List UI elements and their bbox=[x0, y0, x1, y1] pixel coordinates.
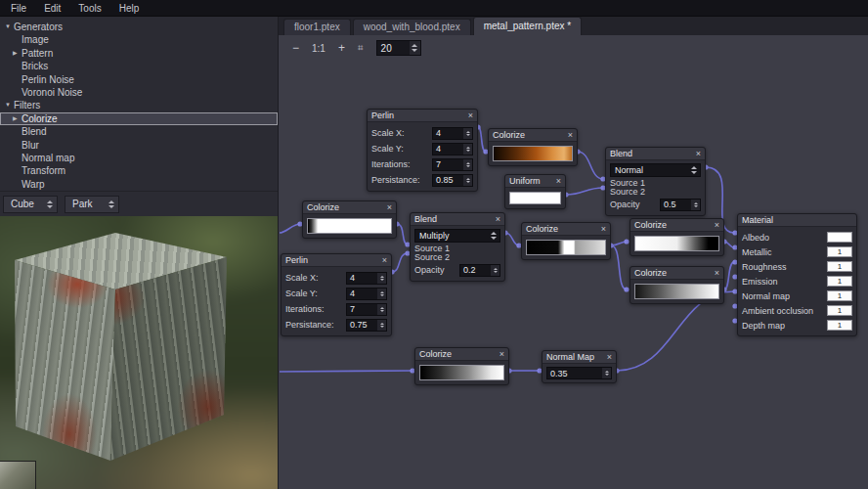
node-normal-map[interactable]: Normal Map× 0.35 bbox=[542, 350, 617, 383]
expand-arrow-icon[interactable]: ▼ bbox=[5, 21, 14, 33]
tree-item-pattern[interactable]: ▶Pattern bbox=[0, 47, 278, 60]
menu-help[interactable]: Help bbox=[110, 1, 149, 16]
tree-item-generators[interactable]: ▼Generators bbox=[0, 21, 278, 33]
blend-mode-select[interactable]: Normal bbox=[610, 163, 701, 177]
spinner-arrows-icon[interactable] bbox=[491, 265, 499, 276]
spinner-arrows-icon[interactable] bbox=[377, 304, 386, 315]
tab-wood-with-blood[interactable]: wood_with_blood.ptex bbox=[353, 19, 471, 35]
opacity-spinbox[interactable]: 0.2 bbox=[459, 264, 500, 277]
zoom-out-button[interactable]: − bbox=[292, 41, 299, 55]
node-header[interactable]: Blend× bbox=[606, 148, 705, 160]
node-header[interactable]: Material bbox=[738, 214, 856, 227]
preview-3d-viewport[interactable] bbox=[0, 216, 278, 489]
spinner-arrows-icon[interactable] bbox=[602, 368, 611, 378]
close-icon[interactable]: × bbox=[715, 269, 719, 278]
node-header[interactable]: Colorize× bbox=[522, 223, 610, 236]
node-colorize-1[interactable]: Colorize× bbox=[488, 128, 578, 166]
gradient-editor[interactable] bbox=[307, 218, 392, 234]
tab-metal-pattern[interactable]: metal_pattern.ptex * bbox=[473, 17, 583, 35]
node-perlin-1[interactable]: Perlin× Scale X:4 Scale Y:4 Iterations:7… bbox=[367, 109, 478, 192]
blend-mode-select[interactable]: Multiply bbox=[414, 229, 500, 243]
zoom-reset-button[interactable]: 1:1 bbox=[312, 43, 326, 54]
select-arrows-icon[interactable] bbox=[45, 200, 54, 208]
node-header[interactable]: Perlin× bbox=[368, 110, 477, 122]
spinner-arrows-icon[interactable] bbox=[377, 273, 386, 284]
node-blend-1[interactable]: Blend× Normal Source 1 Source 2 Opacity0… bbox=[605, 147, 706, 216]
node-header[interactable]: Normal Map× bbox=[542, 351, 616, 364]
spinner-arrows-icon[interactable] bbox=[377, 320, 386, 331]
iterations-spinbox[interactable]: 7 bbox=[346, 303, 387, 316]
node-header[interactable]: Uniform× bbox=[505, 175, 565, 188]
preview-environment-select[interactable]: Park bbox=[65, 196, 119, 213]
node-colorize-3[interactable]: Colorize× bbox=[521, 222, 611, 260]
close-icon[interactable]: × bbox=[496, 215, 500, 224]
select-arrows-icon[interactable] bbox=[489, 232, 498, 240]
iterations-spinbox[interactable]: 7 bbox=[432, 158, 473, 171]
tree-item-warp[interactable]: Warp bbox=[0, 178, 278, 191]
node-blend-2[interactable]: Blend× Multiply Source 1 Source 2 Opacit… bbox=[410, 212, 505, 282]
opacity-spinbox[interactable]: 0.5 bbox=[660, 199, 701, 211]
spinner-arrows-icon[interactable] bbox=[463, 144, 472, 155]
scale-y-spinbox[interactable]: 4 bbox=[432, 143, 473, 156]
roughness-value-field[interactable]: 1 bbox=[827, 261, 852, 272]
tree-item-filters[interactable]: ▼Filters bbox=[0, 99, 278, 111]
tree-item-normal-map[interactable]: Normal map bbox=[0, 152, 278, 164]
tree-item-voronoi-noise[interactable]: Voronoi Noise bbox=[0, 86, 278, 99]
preview-model-select[interactable]: Cube bbox=[3, 196, 58, 213]
expand-arrow-icon[interactable]: ▼ bbox=[5, 99, 14, 111]
close-icon[interactable]: × bbox=[387, 203, 392, 212]
spinner-arrows-icon[interactable] bbox=[463, 159, 472, 170]
gradient-editor[interactable] bbox=[634, 284, 719, 299]
expand-arrow-icon[interactable]: ▶ bbox=[13, 47, 22, 60]
node-header[interactable]: Colorize× bbox=[630, 219, 723, 232]
close-icon[interactable]: × bbox=[715, 221, 719, 230]
node-header[interactable]: Colorize× bbox=[630, 267, 723, 280]
tree-item-transform[interactable]: Transform bbox=[0, 164, 278, 177]
gradient-editor[interactable] bbox=[419, 365, 504, 380]
tree-item-blend[interactable]: Blend bbox=[0, 125, 278, 138]
albedo-color-swatch[interactable] bbox=[827, 232, 852, 243]
node-uniform[interactable]: Uniform× bbox=[504, 174, 566, 209]
close-icon[interactable]: × bbox=[499, 350, 504, 359]
node-perlin-2[interactable]: Perlin× Scale X:4 Scale Y:4 Iterations:7… bbox=[281, 253, 392, 336]
node-colorize-2[interactable]: Colorize× bbox=[302, 200, 397, 239]
persistance-spinbox[interactable]: 0.85 bbox=[432, 174, 473, 187]
close-icon[interactable]: × bbox=[556, 177, 561, 186]
gradient-editor[interactable] bbox=[493, 146, 573, 161]
emission-value-field[interactable]: 1 bbox=[827, 276, 852, 287]
normal-map-value-field[interactable]: 1 bbox=[827, 290, 852, 301]
close-icon[interactable]: × bbox=[607, 353, 612, 362]
persistance-spinbox[interactable]: 0.75 bbox=[346, 319, 387, 332]
snap-grid-icon[interactable]: ⌗ bbox=[358, 42, 364, 54]
node-graph-canvas[interactable]: Perlin× Scale X:4 Scale Y:4 Iterations:7… bbox=[279, 61, 868, 489]
node-colorize-4[interactable]: Colorize× bbox=[629, 218, 724, 256]
spinner-arrows-icon[interactable] bbox=[377, 289, 386, 299]
ambient-occlusion-value-field[interactable]: 1 bbox=[827, 305, 852, 316]
strength-spinbox[interactable]: 0.35 bbox=[546, 367, 612, 379]
close-icon[interactable]: × bbox=[601, 225, 606, 234]
node-colorize-5[interactable]: Colorize× bbox=[629, 266, 724, 304]
tree-item-perlin-noise[interactable]: Perlin Noise bbox=[0, 73, 278, 86]
node-port[interactable] bbox=[624, 287, 629, 291]
tab-floor1[interactable]: floor1.ptex bbox=[283, 19, 351, 35]
node-header[interactable]: Perlin× bbox=[282, 254, 391, 267]
zoom-in-button[interactable]: + bbox=[338, 41, 345, 55]
node-port[interactable] bbox=[624, 239, 629, 244]
node-material[interactable]: Material Albedo Metallic1 Roughness1 Emi… bbox=[737, 213, 857, 336]
gradient-editor[interactable] bbox=[634, 236, 719, 251]
spinner-arrows-icon[interactable] bbox=[410, 41, 420, 55]
node-header[interactable]: Colorize× bbox=[303, 201, 396, 214]
menu-tools[interactable]: Tools bbox=[69, 1, 109, 16]
spinner-arrows-icon[interactable] bbox=[691, 200, 700, 210]
node-header[interactable]: Colorize× bbox=[489, 129, 577, 142]
close-icon[interactable]: × bbox=[568, 131, 573, 140]
tree-item-blur[interactable]: Blur bbox=[0, 139, 278, 152]
depth-map-value-field[interactable]: 1 bbox=[827, 320, 852, 331]
tree-item-colorize[interactable]: ▶Colorize bbox=[0, 112, 278, 125]
close-icon[interactable]: × bbox=[382, 256, 387, 265]
gradient-editor[interactable] bbox=[526, 240, 606, 255]
close-icon[interactable]: × bbox=[468, 111, 473, 120]
scale-y-spinbox[interactable]: 4 bbox=[346, 288, 387, 300]
select-arrows-icon[interactable] bbox=[107, 200, 115, 208]
tree-item-bricks[interactable]: Bricks bbox=[0, 60, 278, 72]
